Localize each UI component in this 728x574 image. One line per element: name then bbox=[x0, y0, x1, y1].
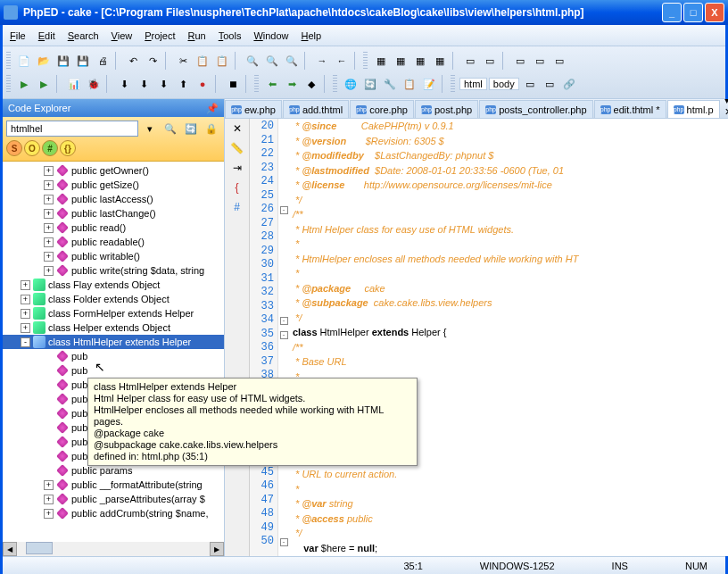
editor-tab[interactable]: phpew.php bbox=[225, 100, 282, 118]
tree-item[interactable]: +public writable() bbox=[3, 249, 224, 263]
tree-item[interactable]: +class Flay extends Object bbox=[3, 278, 224, 292]
panel2-icon[interactable]: ▭ bbox=[482, 53, 498, 69]
step4-icon[interactable]: ⬆ bbox=[175, 76, 191, 92]
outdent-icon[interactable]: ← bbox=[334, 53, 350, 69]
run2-icon[interactable]: ▶ bbox=[36, 76, 52, 92]
code-text[interactable]: * @since CakePHP(tm) v 0.9.1 * @version … bbox=[289, 119, 728, 556]
tree-item[interactable]: +public lastChange() bbox=[3, 206, 224, 220]
expand-icon[interactable]: + bbox=[44, 195, 54, 204]
explorer-tree[interactable]: +public getOwner()+public getSize()+publ… bbox=[3, 162, 224, 542]
tool3-icon[interactable]: 📝 bbox=[421, 76, 437, 92]
window2-icon[interactable]: ▭ bbox=[532, 53, 548, 69]
find-files-icon[interactable]: 🔍 bbox=[264, 53, 280, 69]
expand-icon[interactable]: + bbox=[44, 209, 54, 219]
editor-tab[interactable]: phpedit.thtml * bbox=[594, 100, 666, 118]
filter-o-button[interactable]: O bbox=[24, 140, 40, 156]
save-icon[interactable]: 💾 bbox=[55, 53, 71, 69]
menu-search[interactable]: Search bbox=[68, 30, 99, 41]
run-icon[interactable]: ▶ bbox=[16, 76, 32, 92]
tree-item[interactable]: +public lastAccess() bbox=[3, 192, 224, 206]
menu-project[interactable]: Project bbox=[145, 30, 175, 41]
expand-icon[interactable]: + bbox=[44, 223, 54, 233]
new-file-icon[interactable]: 📄 bbox=[16, 53, 32, 69]
editor-tab[interactable]: phpcore.php bbox=[350, 100, 414, 118]
breadcrumb-body[interactable]: body bbox=[489, 78, 519, 90]
explorer-hscroll[interactable]: ◀ ▶ bbox=[3, 542, 224, 556]
editor-tab[interactable]: phpadd.thtml bbox=[283, 100, 349, 118]
menu-run[interactable]: Run bbox=[188, 30, 206, 41]
window3-icon[interactable]: ▭ bbox=[551, 53, 567, 69]
indent-icon[interactable]: → bbox=[314, 53, 330, 69]
back-icon[interactable]: ⬅ bbox=[264, 76, 280, 92]
tree-item[interactable]: +public readable() bbox=[3, 235, 224, 249]
tree-item[interactable]: +public getSize() bbox=[3, 178, 224, 192]
expand-icon[interactable]: + bbox=[44, 166, 54, 176]
fwd-icon[interactable]: ➡ bbox=[284, 76, 300, 92]
breadcrumb-html[interactable]: html bbox=[459, 78, 487, 90]
tree-item[interactable]: +public __formatAttribute(string bbox=[3, 478, 224, 492]
expand-icon[interactable]: + bbox=[44, 480, 54, 490]
gutter-indent-icon[interactable]: ⇥ bbox=[230, 162, 244, 176]
sync-icon[interactable]: 🔄 bbox=[183, 121, 199, 137]
expand-icon[interactable]: + bbox=[44, 266, 54, 276]
expand-icon[interactable]: + bbox=[44, 180, 54, 190]
paste-icon[interactable]: 📋 bbox=[214, 53, 230, 69]
find-icon[interactable]: 🔍 bbox=[244, 53, 261, 69]
mark-icon[interactable]: ◆ bbox=[303, 76, 319, 92]
tree-item[interactable]: +class Helper extends Object bbox=[3, 320, 224, 335]
menu-help[interactable]: Help bbox=[302, 30, 322, 41]
editor-tab[interactable]: phpposts_controller.php bbox=[479, 100, 592, 118]
menu-edit[interactable]: Edit bbox=[38, 30, 55, 41]
scroll-left-icon[interactable]: ◀ bbox=[3, 542, 17, 556]
gutter-brace-icon[interactable]: { bbox=[230, 181, 244, 195]
replace-icon[interactable]: 🔍 bbox=[284, 53, 300, 69]
refresh-icon[interactable]: 🔄 bbox=[362, 76, 378, 92]
print-icon[interactable]: 🖨 bbox=[95, 53, 111, 69]
save-all-icon[interactable]: 💾 bbox=[75, 53, 91, 69]
close-tab-icon[interactable]: ✕ bbox=[230, 122, 244, 137]
binoculars-icon[interactable]: 🔍 bbox=[162, 121, 178, 137]
search-dropdown-icon[interactable]: ▾ bbox=[142, 121, 158, 137]
menu-tools[interactable]: Tools bbox=[219, 30, 242, 41]
tab-menu-icon[interactable]: ▾ ✕ bbox=[721, 99, 728, 118]
explorer-search-input[interactable] bbox=[6, 121, 138, 137]
expand-icon[interactable]: + bbox=[21, 309, 30, 319]
expand-icon[interactable]: + bbox=[44, 495, 54, 504]
chart-icon[interactable]: 📊 bbox=[66, 76, 82, 92]
bc-icon[interactable]: ▭ bbox=[522, 76, 538, 92]
maximize-button[interactable]: □ bbox=[683, 3, 703, 22]
undo-icon[interactable]: ↶ bbox=[125, 53, 141, 69]
gutter-ruler-icon[interactable]: 📏 bbox=[230, 142, 244, 156]
menu-view[interactable]: View bbox=[112, 30, 133, 41]
expand-icon[interactable]: + bbox=[44, 509, 54, 519]
layout2-icon[interactable]: ▦ bbox=[393, 53, 409, 69]
copy-icon[interactable]: 📋 bbox=[194, 53, 211, 69]
scroll-right-icon[interactable]: ▶ bbox=[210, 542, 224, 556]
menu-window[interactable]: Window bbox=[253, 30, 288, 41]
gutter-hash-icon[interactable]: # bbox=[230, 201, 244, 215]
panel-icon[interactable]: ▭ bbox=[462, 53, 478, 69]
expand-icon[interactable]: - bbox=[21, 337, 30, 347]
minimize-button[interactable]: _ bbox=[662, 3, 682, 22]
lock-icon[interactable]: 🔒 bbox=[203, 121, 219, 137]
redo-icon[interactable]: ↷ bbox=[145, 53, 161, 69]
window-icon[interactable]: ▭ bbox=[512, 53, 528, 69]
open-icon[interactable]: 📂 bbox=[36, 53, 52, 69]
editor-tab[interactable]: phppost.php bbox=[415, 100, 478, 118]
filter-s-button[interactable]: S bbox=[6, 140, 22, 156]
tree-item[interactable]: pub bbox=[3, 363, 224, 378]
tree-item[interactable]: +class Folder extends Object bbox=[3, 292, 224, 306]
expand-icon[interactable]: + bbox=[21, 295, 30, 304]
expand-icon[interactable]: + bbox=[44, 252, 54, 262]
step-icon[interactable]: ⬇ bbox=[116, 76, 132, 92]
tree-item[interactable]: -class HtmlHelper extends Helper bbox=[3, 335, 224, 349]
tree-item[interactable]: +public getOwner() bbox=[3, 163, 224, 178]
layout3-icon[interactable]: ▦ bbox=[412, 53, 428, 69]
tree-item[interactable]: +class FormHelper extends Helper bbox=[3, 306, 224, 320]
layout-icon[interactable]: ▦ bbox=[373, 53, 389, 69]
tool2-icon[interactable]: 📋 bbox=[401, 76, 418, 92]
breakpoint-icon[interactable]: ● bbox=[194, 76, 211, 92]
tree-item[interactable]: +public write(string $data, string bbox=[3, 263, 224, 278]
browser-icon[interactable]: 🌐 bbox=[343, 76, 359, 92]
tree-item[interactable]: pub bbox=[3, 349, 224, 363]
